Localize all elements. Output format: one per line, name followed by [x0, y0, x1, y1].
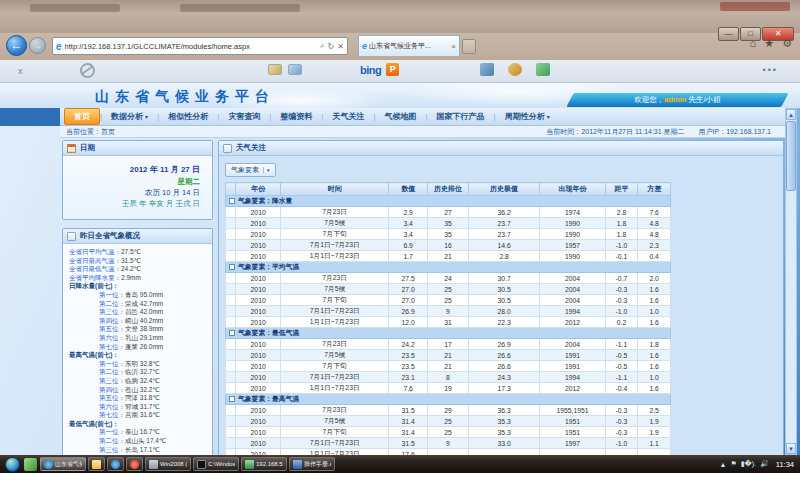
welcome-ribbon: 欢迎您，admin 先生/小姐 [566, 93, 788, 107]
nav-item-1[interactable]: 首页 [64, 108, 100, 125]
row-lead-cell [226, 273, 236, 284]
scroll-up-arrow[interactable]: ▲ [786, 109, 796, 120]
quick-launch-icon[interactable] [24, 458, 37, 471]
nav-item-3[interactable]: 相似性分析 [159, 109, 217, 124]
addon-icon[interactable] [268, 64, 282, 75]
start-button[interactable] [5, 457, 20, 472]
taskbar-folder-button[interactable] [88, 457, 105, 471]
table-cell: 17.3 [468, 383, 539, 394]
taskbar-button[interactable]: C:\Windows\s... [193, 457, 239, 471]
scrollbar-thumb[interactable] [786, 121, 796, 191]
weather-watch-header: 天气关注 [219, 141, 783, 156]
table-cell: 7月1日~7月23日 [281, 372, 389, 383]
addon-icon[interactable] [480, 63, 494, 76]
nav-item-9[interactable]: 周期性分析▾ [496, 109, 559, 124]
tab-close-icon[interactable]: × [451, 42, 456, 51]
group-header-row[interactable]: 气象要素：最高气温 [226, 394, 671, 405]
taskbar-button-active[interactable]: 山东省气候业... [40, 457, 86, 471]
taskbar-button[interactable]: 192.168.59.99... [241, 457, 287, 471]
browser-tab[interactable]: e 山东省气候业务平... × [358, 35, 460, 56]
table-cell: 0.4 [638, 251, 671, 262]
weather-watch-panel: 天气关注 气象要素 ▾ 年份时间数值历史排位历史极值出现年份距平方差 气象要素：… [218, 140, 784, 455]
rank-item: 第七位：莒南 31.6℃ [69, 411, 210, 420]
rank-item: 第二位：临沂 32.7℃ [69, 368, 210, 377]
addon-icon[interactable] [508, 63, 522, 76]
chart-icon [223, 144, 232, 153]
scroll-down-arrow[interactable]: ▼ [786, 443, 796, 454]
table-cell: 1.6 [638, 350, 671, 361]
table-cell: 25 [428, 427, 469, 438]
rank-item: 第三位：临朐 32.4℃ [69, 377, 210, 386]
table-cell: 4.8 [638, 218, 671, 229]
expand-checkbox-icon[interactable] [229, 264, 235, 270]
back-button[interactable]: ← [6, 35, 27, 56]
table-cell: 35.3 [468, 416, 539, 427]
nav-item-6[interactable]: 天气关注 [323, 109, 373, 124]
new-tab-button[interactable] [462, 39, 476, 54]
blocked-addon-icon[interactable] [80, 63, 95, 78]
table-cell: 2010 [236, 273, 281, 284]
nav-item-4[interactable]: 灾害查询 [219, 109, 269, 124]
table-row: 20107月1日~7月23日6.91614.61957-1.02.3 [226, 240, 671, 251]
expand-checkbox-icon[interactable] [229, 330, 235, 336]
url-text[interactable]: http://192.168.137.1/GLCCLIMATE/modules/… [65, 42, 318, 51]
table-cell: -0.7 [605, 273, 638, 284]
stop-icon[interactable]: ✕ [337, 42, 344, 51]
page-scrollbar[interactable]: ▲ ▼ [785, 108, 797, 455]
home-icon[interactable]: ⌂ [750, 37, 757, 50]
table-cell: 30.7 [468, 273, 539, 284]
row-lead-cell [226, 438, 236, 449]
nav-item-5[interactable]: 整编资料 [271, 109, 321, 124]
table-row: 20101月1日~7月23日1.7212.81990-0.10.4 [226, 251, 671, 262]
table-cell: 27.0 [389, 284, 428, 295]
table-cell: -0.3 [605, 416, 638, 427]
show-hidden-icons[interactable]: ▲ [720, 461, 727, 468]
refresh-icon[interactable]: ↻ [328, 42, 335, 51]
taskbar-button[interactable]: Win2008 (VS2... [145, 457, 191, 471]
search-icon[interactable]: ⌕ [320, 41, 324, 51]
taskbar: 山东省气候业... Win2008 (VS2...C:\Windows\s...… [0, 455, 800, 473]
network-icon[interactable]: ▮�). [741, 460, 756, 468]
rank-item: 第三位：昌邑 42.0mm [69, 308, 210, 317]
taskbar-opera-button[interactable] [126, 457, 143, 471]
volume-icon[interactable]: 🔊 [760, 460, 769, 468]
favorites-icon[interactable]: ★ [764, 37, 774, 50]
settings-icon[interactable]: ⚙ [782, 37, 792, 50]
overflow-menu-icon[interactable]: ••• [763, 65, 778, 75]
letterbox [0, 473, 800, 500]
table-cell: 21 [428, 361, 469, 372]
taskbar-button[interactable]: 操作手册.docx ... [289, 457, 335, 471]
addon-icon[interactable] [288, 64, 302, 75]
address-bar[interactable]: e http://192.168.137.1/GLCCLIMATE/module… [52, 37, 348, 55]
minimize-button[interactable]: — [718, 27, 739, 41]
rank-item: 第五位：菏泽 31.8℃ [69, 394, 210, 403]
action-center-icon[interactable]: ⚑ [730, 460, 736, 468]
background-window-fragment [180, 4, 300, 12]
bing-logo[interactable]: bing [360, 64, 381, 76]
element-selector-button[interactable]: 气象要素 ▾ [225, 163, 276, 177]
group-header-row[interactable]: 气象要素：平均气温 [226, 262, 671, 273]
group-header-row[interactable]: 气象要素：最低气温 [226, 328, 671, 339]
row-lead-cell [226, 229, 236, 240]
expand-checkbox-icon[interactable] [229, 396, 235, 402]
table-cell: 26.9 [468, 339, 539, 350]
nav-item-7[interactable]: 气候地图 [375, 109, 425, 124]
tab-title: 山东省气候业务平... [369, 41, 449, 51]
addon-icon[interactable] [536, 63, 550, 76]
table-cell: 2010 [236, 317, 281, 328]
table-cell: 7月5候 [281, 350, 389, 361]
taskbar-ie-button[interactable] [107, 457, 124, 471]
table-cell: 2012 [540, 317, 605, 328]
group-header-row[interactable]: 气象要素：降水量 [226, 196, 671, 207]
table-cell: -0.3 [605, 295, 638, 306]
bing-badge-icon[interactable]: P [386, 63, 399, 76]
table-cell: 25 [428, 284, 469, 295]
expand-checkbox-icon[interactable] [229, 198, 235, 204]
nav-item-8[interactable]: 国家下行产品 [428, 109, 494, 124]
forward-button[interactable]: → [29, 37, 46, 54]
table-cell: 1990 [540, 229, 605, 240]
nav-item-2[interactable]: 数据分析▾ [102, 109, 157, 124]
table-cell: 17 [428, 339, 469, 350]
taskbar-clock[interactable]: 11:34 [776, 460, 794, 469]
close-pane-icon[interactable]: x [18, 66, 23, 76]
